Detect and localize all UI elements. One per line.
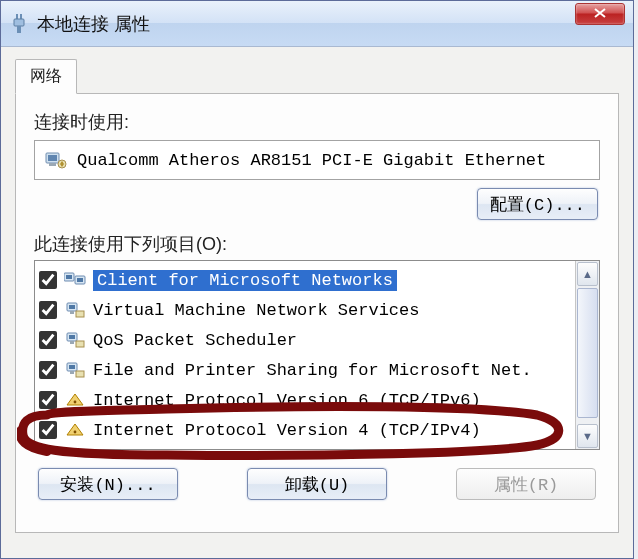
svg-rect-0 — [16, 14, 18, 19]
list-item[interactable]: Virtual Machine Network Services — [35, 295, 575, 325]
install-button[interactable]: 安装(N)... — [38, 468, 178, 500]
item-checkbox[interactable] — [39, 331, 57, 349]
service-icon — [63, 301, 87, 319]
item-checkbox[interactable] — [39, 361, 57, 379]
item-label: Virtual Machine Network Services — [93, 301, 419, 320]
svg-rect-1 — [20, 14, 22, 19]
svg-rect-9 — [66, 275, 72, 279]
item-label: QoS Packet Scheduler — [93, 331, 297, 350]
svg-rect-19 — [76, 341, 84, 347]
scroll-up-button[interactable]: ▲ — [577, 262, 598, 286]
item-label: File and Printer Sharing for Microsoft N… — [93, 361, 532, 380]
adapter-name: Qualcomm Atheros AR8151 PCI-E Gigabit Et… — [77, 151, 589, 170]
svg-rect-6 — [49, 163, 56, 166]
svg-rect-5 — [48, 155, 57, 161]
network-plug-icon — [9, 14, 29, 34]
svg-rect-17 — [69, 335, 75, 339]
adapter-icon — [45, 150, 67, 170]
svg-point-25 — [74, 431, 77, 434]
item-checkbox[interactable] — [39, 391, 57, 409]
svg-rect-15 — [76, 311, 84, 317]
scroll-thumb[interactable] — [577, 288, 598, 418]
list-item[interactable]: Internet Protocol Version 4 (TCP/IPv4) — [35, 415, 575, 445]
item-checkbox[interactable] — [39, 421, 57, 439]
items-list[interactable]: Client for Microsoft Networks Virtual Ma… — [35, 261, 575, 449]
properties-dialog: 本地连接 属性 网络 连接时使用: Qualcomm Atheros AR815… — [0, 0, 634, 559]
protocol-icon — [63, 391, 87, 409]
uninstall-button[interactable]: 卸载(U) — [247, 468, 387, 500]
item-checkbox[interactable] — [39, 301, 57, 319]
svg-rect-21 — [69, 365, 75, 369]
list-item[interactable]: Internet Protocol Version 6 (TCP/IPv6) — [35, 385, 575, 415]
tab-network[interactable]: 网络 — [15, 59, 77, 94]
svg-rect-13 — [69, 305, 75, 309]
connect-using-label: 连接时使用: — [34, 110, 600, 134]
service-icon — [63, 331, 87, 349]
items-listbox: Client for Microsoft Networks Virtual Ma… — [34, 260, 600, 450]
properties-button[interactable]: 属性(R) — [456, 468, 596, 500]
item-label: Internet Protocol Version 6 (TCP/IPv6) — [93, 391, 481, 410]
protocol-icon — [63, 421, 87, 439]
titlebar[interactable]: 本地连接 属性 — [1, 1, 633, 47]
close-icon — [593, 7, 607, 21]
svg-rect-11 — [77, 278, 83, 282]
client-icon — [63, 271, 87, 289]
tabstrip: 网络 — [1, 47, 633, 94]
configure-button[interactable]: 配置(C)... — [477, 188, 598, 220]
scrollbar[interactable]: ▲ ▼ — [575, 261, 599, 449]
tab-content: 连接时使用: Qualcomm Atheros AR8151 PCI-E Gig… — [15, 93, 619, 533]
scroll-track[interactable] — [577, 288, 598, 422]
items-label: 此连接使用下列项目(O): — [34, 232, 600, 256]
list-item[interactable]: File and Printer Sharing for Microsoft N… — [35, 355, 575, 385]
svg-rect-2 — [14, 19, 24, 26]
svg-rect-3 — [17, 26, 21, 33]
svg-rect-14 — [70, 311, 74, 314]
service-icon — [63, 361, 87, 379]
close-button[interactable] — [575, 3, 625, 25]
scroll-down-button[interactable]: ▼ — [577, 424, 598, 448]
svg-rect-23 — [76, 371, 84, 377]
adapter-box: Qualcomm Atheros AR8151 PCI-E Gigabit Et… — [34, 140, 600, 180]
item-label: Client for Microsoft Networks — [93, 270, 397, 291]
item-label: Internet Protocol Version 4 (TCP/IPv4) — [93, 421, 481, 440]
list-item[interactable]: Client for Microsoft Networks — [35, 265, 575, 295]
svg-rect-22 — [70, 371, 74, 374]
svg-rect-18 — [70, 341, 74, 344]
list-item[interactable]: QoS Packet Scheduler — [35, 325, 575, 355]
svg-point-24 — [74, 401, 77, 404]
item-checkbox[interactable] — [39, 271, 57, 289]
window-title: 本地连接 属性 — [37, 12, 629, 36]
button-row: 安装(N)... 卸载(U) 属性(R) — [34, 468, 600, 500]
